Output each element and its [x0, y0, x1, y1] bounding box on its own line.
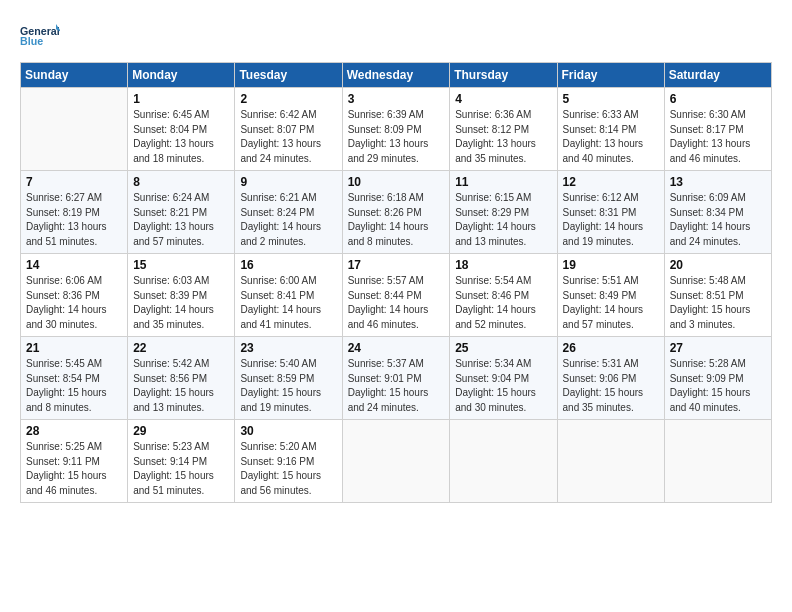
- day-info: Sunrise: 5:20 AM Sunset: 9:16 PM Dayligh…: [240, 440, 336, 498]
- calendar-cell: 25Sunrise: 5:34 AM Sunset: 9:04 PM Dayli…: [450, 337, 557, 420]
- day-number: 11: [455, 175, 551, 189]
- day-info: Sunrise: 5:57 AM Sunset: 8:44 PM Dayligh…: [348, 274, 445, 332]
- calendar-week-5: 28Sunrise: 5:25 AM Sunset: 9:11 PM Dayli…: [21, 420, 772, 503]
- calendar-cell: [450, 420, 557, 503]
- page: General Blue SundayMondayTuesdayWednesda…: [0, 0, 792, 513]
- day-info: Sunrise: 6:15 AM Sunset: 8:29 PM Dayligh…: [455, 191, 551, 249]
- calendar-cell: 13Sunrise: 6:09 AM Sunset: 8:34 PM Dayli…: [664, 171, 771, 254]
- day-info: Sunrise: 5:23 AM Sunset: 9:14 PM Dayligh…: [133, 440, 229, 498]
- calendar-cell: 2Sunrise: 6:42 AM Sunset: 8:07 PM Daylig…: [235, 88, 342, 171]
- day-number: 19: [563, 258, 659, 272]
- weekday-header-tuesday: Tuesday: [235, 63, 342, 88]
- day-number: 30: [240, 424, 336, 438]
- calendar-cell: 24Sunrise: 5:37 AM Sunset: 9:01 PM Dayli…: [342, 337, 450, 420]
- day-info: Sunrise: 6:21 AM Sunset: 8:24 PM Dayligh…: [240, 191, 336, 249]
- logo-svg: General Blue: [20, 16, 60, 56]
- day-info: Sunrise: 6:24 AM Sunset: 8:21 PM Dayligh…: [133, 191, 229, 249]
- day-info: Sunrise: 5:54 AM Sunset: 8:46 PM Dayligh…: [455, 274, 551, 332]
- weekday-header-monday: Monday: [128, 63, 235, 88]
- day-info: Sunrise: 5:34 AM Sunset: 9:04 PM Dayligh…: [455, 357, 551, 415]
- day-info: Sunrise: 5:51 AM Sunset: 8:49 PM Dayligh…: [563, 274, 659, 332]
- day-info: Sunrise: 5:31 AM Sunset: 9:06 PM Dayligh…: [563, 357, 659, 415]
- day-number: 1: [133, 92, 229, 106]
- calendar-cell: [664, 420, 771, 503]
- logo: General Blue: [20, 16, 60, 56]
- day-number: 23: [240, 341, 336, 355]
- calendar-cell: 6Sunrise: 6:30 AM Sunset: 8:17 PM Daylig…: [664, 88, 771, 171]
- day-number: 3: [348, 92, 445, 106]
- day-number: 5: [563, 92, 659, 106]
- day-number: 24: [348, 341, 445, 355]
- day-number: 6: [670, 92, 766, 106]
- calendar-week-2: 7Sunrise: 6:27 AM Sunset: 8:19 PM Daylig…: [21, 171, 772, 254]
- calendar-header-row: SundayMondayTuesdayWednesdayThursdayFrid…: [21, 63, 772, 88]
- day-number: 22: [133, 341, 229, 355]
- weekday-header-friday: Friday: [557, 63, 664, 88]
- weekday-header-thursday: Thursday: [450, 63, 557, 88]
- day-info: Sunrise: 5:37 AM Sunset: 9:01 PM Dayligh…: [348, 357, 445, 415]
- calendar-cell: 15Sunrise: 6:03 AM Sunset: 8:39 PM Dayli…: [128, 254, 235, 337]
- day-info: Sunrise: 5:48 AM Sunset: 8:51 PM Dayligh…: [670, 274, 766, 332]
- day-info: Sunrise: 5:25 AM Sunset: 9:11 PM Dayligh…: [26, 440, 122, 498]
- day-info: Sunrise: 6:03 AM Sunset: 8:39 PM Dayligh…: [133, 274, 229, 332]
- day-info: Sunrise: 6:00 AM Sunset: 8:41 PM Dayligh…: [240, 274, 336, 332]
- calendar-cell: 3Sunrise: 6:39 AM Sunset: 8:09 PM Daylig…: [342, 88, 450, 171]
- calendar-cell: 30Sunrise: 5:20 AM Sunset: 9:16 PM Dayli…: [235, 420, 342, 503]
- day-number: 15: [133, 258, 229, 272]
- day-info: Sunrise: 6:18 AM Sunset: 8:26 PM Dayligh…: [348, 191, 445, 249]
- calendar-cell: 7Sunrise: 6:27 AM Sunset: 8:19 PM Daylig…: [21, 171, 128, 254]
- svg-text:Blue: Blue: [20, 35, 43, 47]
- header: General Blue: [20, 16, 772, 56]
- day-number: 21: [26, 341, 122, 355]
- calendar-cell: 16Sunrise: 6:00 AM Sunset: 8:41 PM Dayli…: [235, 254, 342, 337]
- day-info: Sunrise: 6:39 AM Sunset: 8:09 PM Dayligh…: [348, 108, 445, 166]
- calendar-cell: 19Sunrise: 5:51 AM Sunset: 8:49 PM Dayli…: [557, 254, 664, 337]
- day-number: 12: [563, 175, 659, 189]
- calendar-cell: 14Sunrise: 6:06 AM Sunset: 8:36 PM Dayli…: [21, 254, 128, 337]
- day-number: 14: [26, 258, 122, 272]
- calendar-cell: 1Sunrise: 6:45 AM Sunset: 8:04 PM Daylig…: [128, 88, 235, 171]
- day-info: Sunrise: 6:42 AM Sunset: 8:07 PM Dayligh…: [240, 108, 336, 166]
- day-info: Sunrise: 5:42 AM Sunset: 8:56 PM Dayligh…: [133, 357, 229, 415]
- weekday-header-saturday: Saturday: [664, 63, 771, 88]
- calendar-cell: 23Sunrise: 5:40 AM Sunset: 8:59 PM Dayli…: [235, 337, 342, 420]
- calendar-cell: 27Sunrise: 5:28 AM Sunset: 9:09 PM Dayli…: [664, 337, 771, 420]
- day-number: 18: [455, 258, 551, 272]
- day-number: 7: [26, 175, 122, 189]
- day-number: 27: [670, 341, 766, 355]
- day-info: Sunrise: 5:40 AM Sunset: 8:59 PM Dayligh…: [240, 357, 336, 415]
- day-number: 9: [240, 175, 336, 189]
- calendar-cell: 12Sunrise: 6:12 AM Sunset: 8:31 PM Dayli…: [557, 171, 664, 254]
- day-number: 29: [133, 424, 229, 438]
- calendar-cell: 18Sunrise: 5:54 AM Sunset: 8:46 PM Dayli…: [450, 254, 557, 337]
- calendar-cell: 28Sunrise: 5:25 AM Sunset: 9:11 PM Dayli…: [21, 420, 128, 503]
- calendar-cell: 26Sunrise: 5:31 AM Sunset: 9:06 PM Dayli…: [557, 337, 664, 420]
- calendar-cell: 11Sunrise: 6:15 AM Sunset: 8:29 PM Dayli…: [450, 171, 557, 254]
- day-info: Sunrise: 6:33 AM Sunset: 8:14 PM Dayligh…: [563, 108, 659, 166]
- day-number: 25: [455, 341, 551, 355]
- calendar-cell: 8Sunrise: 6:24 AM Sunset: 8:21 PM Daylig…: [128, 171, 235, 254]
- day-info: Sunrise: 6:27 AM Sunset: 8:19 PM Dayligh…: [26, 191, 122, 249]
- calendar-cell: [557, 420, 664, 503]
- day-info: Sunrise: 6:06 AM Sunset: 8:36 PM Dayligh…: [26, 274, 122, 332]
- day-info: Sunrise: 6:12 AM Sunset: 8:31 PM Dayligh…: [563, 191, 659, 249]
- day-info: Sunrise: 6:30 AM Sunset: 8:17 PM Dayligh…: [670, 108, 766, 166]
- calendar-week-1: 1Sunrise: 6:45 AM Sunset: 8:04 PM Daylig…: [21, 88, 772, 171]
- calendar-cell: [342, 420, 450, 503]
- weekday-header-wednesday: Wednesday: [342, 63, 450, 88]
- day-info: Sunrise: 6:45 AM Sunset: 8:04 PM Dayligh…: [133, 108, 229, 166]
- calendar-week-4: 21Sunrise: 5:45 AM Sunset: 8:54 PM Dayli…: [21, 337, 772, 420]
- day-info: Sunrise: 6:36 AM Sunset: 8:12 PM Dayligh…: [455, 108, 551, 166]
- day-info: Sunrise: 6:09 AM Sunset: 8:34 PM Dayligh…: [670, 191, 766, 249]
- day-number: 20: [670, 258, 766, 272]
- day-number: 28: [26, 424, 122, 438]
- day-number: 16: [240, 258, 336, 272]
- calendar-cell: 4Sunrise: 6:36 AM Sunset: 8:12 PM Daylig…: [450, 88, 557, 171]
- calendar-week-3: 14Sunrise: 6:06 AM Sunset: 8:36 PM Dayli…: [21, 254, 772, 337]
- calendar-cell: [21, 88, 128, 171]
- day-number: 8: [133, 175, 229, 189]
- calendar-cell: 5Sunrise: 6:33 AM Sunset: 8:14 PM Daylig…: [557, 88, 664, 171]
- day-number: 26: [563, 341, 659, 355]
- calendar-cell: 22Sunrise: 5:42 AM Sunset: 8:56 PM Dayli…: [128, 337, 235, 420]
- day-info: Sunrise: 5:45 AM Sunset: 8:54 PM Dayligh…: [26, 357, 122, 415]
